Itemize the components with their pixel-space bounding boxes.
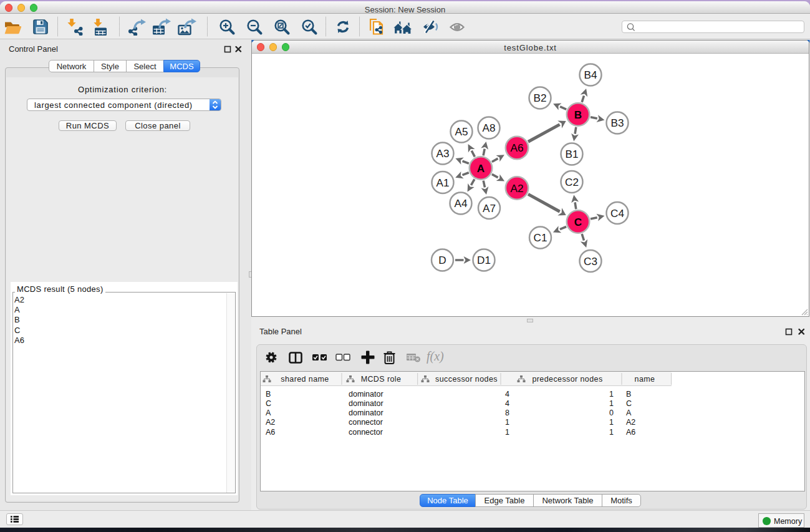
svg-text:A5: A5 <box>455 125 468 138</box>
svg-text:C: C <box>574 216 582 228</box>
svg-text:1: 1 <box>609 399 614 408</box>
svg-text:A2: A2 <box>266 418 275 427</box>
svg-text:1: 1 <box>609 390 614 399</box>
svg-text:1: 1 <box>505 428 509 437</box>
svg-text:name: name <box>635 375 655 384</box>
svg-text:C1: C1 <box>534 231 547 244</box>
svg-text:D: D <box>438 254 446 266</box>
svg-text:MCDS role: MCDS role <box>361 375 402 384</box>
svg-text:B4: B4 <box>584 69 597 81</box>
svg-text:A2: A2 <box>510 182 523 195</box>
svg-text:successor nodes: successor nodes <box>435 375 498 384</box>
svg-text:A: A <box>626 409 632 417</box>
svg-text:B: B <box>266 390 271 399</box>
svg-text:B3: B3 <box>610 117 624 129</box>
svg-text:B2: B2 <box>533 92 546 104</box>
svg-text:1: 1 <box>609 418 614 427</box>
svg-text:C3: C3 <box>584 255 597 268</box>
svg-text:B1: B1 <box>565 148 578 160</box>
svg-text:A8: A8 <box>482 122 495 134</box>
svg-text:A3: A3 <box>436 147 449 160</box>
svg-text:A2: A2 <box>626 418 635 427</box>
svg-text:A4: A4 <box>454 197 467 210</box>
svg-text:1: 1 <box>609 428 614 437</box>
svg-text:C: C <box>266 399 271 408</box>
svg-text:A7: A7 <box>483 202 496 215</box>
svg-text:B: B <box>574 109 582 121</box>
svg-text:A6: A6 <box>266 428 275 437</box>
svg-text:A6: A6 <box>626 428 635 437</box>
svg-text:shared name: shared name <box>281 375 329 384</box>
svg-text:dominator: dominator <box>349 409 383 417</box>
svg-text:4: 4 <box>505 390 509 399</box>
svg-text:dominator: dominator <box>349 390 383 399</box>
svg-text:connector: connector <box>349 428 383 437</box>
svg-text:predecessor nodes: predecessor nodes <box>532 375 602 384</box>
svg-text:dominator: dominator <box>349 399 383 408</box>
svg-text:A: A <box>477 162 485 175</box>
svg-text:8: 8 <box>505 409 509 417</box>
svg-text:4: 4 <box>505 399 509 408</box>
svg-text:A6: A6 <box>510 142 523 154</box>
svg-text:A: A <box>266 409 271 417</box>
svg-text:B: B <box>626 390 631 399</box>
svg-text:f(x): f(x) <box>427 351 444 364</box>
svg-text:1: 1 <box>505 418 509 427</box>
svg-text:C2: C2 <box>565 176 579 188</box>
svg-text:D1: D1 <box>477 254 491 266</box>
svg-text:C: C <box>626 399 632 408</box>
svg-text:A1: A1 <box>436 177 449 189</box>
svg-text:0: 0 <box>609 409 614 417</box>
svg-text:C4: C4 <box>610 207 624 220</box>
svg-text:connector: connector <box>349 418 383 427</box>
